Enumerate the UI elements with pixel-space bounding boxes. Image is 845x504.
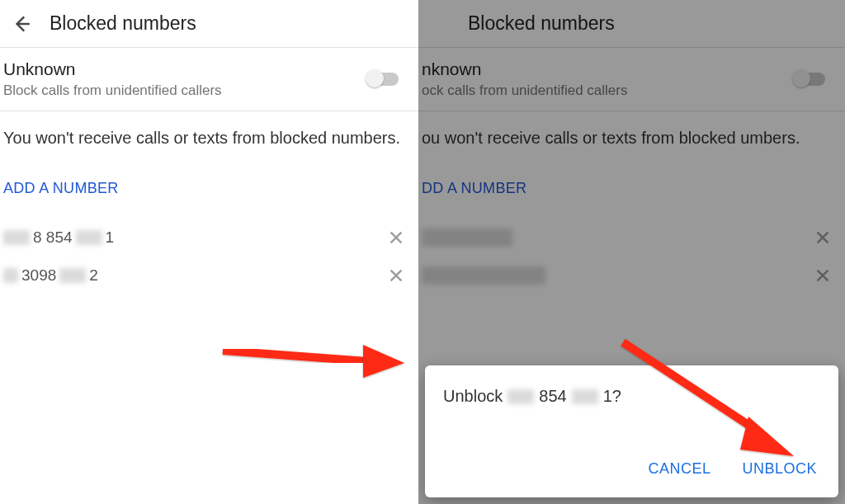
- unknown-toggle[interactable]: [794, 73, 825, 86]
- svg-marker-1: [363, 345, 404, 378]
- unknown-label: Unknown: [3, 59, 367, 79]
- remove-number-icon[interactable]: [814, 228, 832, 247]
- remove-number-icon[interactable]: [387, 228, 405, 247]
- blocked-number-row: [418, 257, 845, 294]
- redaction-icon: [3, 230, 30, 245]
- svg-marker-3: [740, 417, 794, 456]
- unknown-toggle[interactable]: [367, 73, 399, 86]
- svg-line-2: [623, 342, 761, 433]
- remove-number-icon[interactable]: [814, 266, 832, 285]
- unknown-subtitle: Block calls from unidentified callers: [3, 82, 367, 99]
- redaction-icon: [76, 230, 102, 245]
- blocked-number: 8 854 1: [3, 228, 387, 247]
- add-number-button[interactable]: ADD A NUMBER: [0, 157, 418, 219]
- blocked-number: [422, 266, 814, 285]
- info-text: ou won't receive calls or texts from blo…: [418, 111, 845, 157]
- callout-arrow-icon: [219, 330, 408, 388]
- add-number-button[interactable]: DD A NUMBER: [418, 157, 845, 219]
- redaction-icon: [572, 389, 598, 404]
- blocked-number: [422, 228, 814, 247]
- blocked-number-row: [418, 219, 845, 257]
- page-title: Blocked numbers: [468, 12, 615, 35]
- unknown-callers-row[interactable]: Unknown Block calls from unidentified ca…: [0, 48, 418, 111]
- redaction-icon: [507, 389, 534, 404]
- remove-number-icon[interactable]: [387, 266, 405, 285]
- redaction-icon: [3, 268, 18, 283]
- redaction-icon: [422, 228, 512, 247]
- back-icon[interactable]: [10, 12, 33, 35]
- unknown-subtitle: ock calls from unidentified callers: [422, 82, 794, 99]
- screenshot-left: Blocked numbers Unknown Block calls from…: [0, 0, 418, 504]
- page-title: Blocked numbers: [50, 12, 196, 35]
- blocked-number: 3098 2: [3, 266, 387, 285]
- unknown-label: nknown: [422, 59, 794, 79]
- screenshot-right: Blocked numbers nknown ock calls from un…: [418, 0, 845, 504]
- svg-line-0: [223, 351, 367, 361]
- header-bar: Blocked numbers: [0, 0, 418, 48]
- blocked-number-row: 3098 2: [0, 257, 418, 294]
- info-text: You won't receive calls or texts from bl…: [0, 111, 418, 157]
- blocked-number-row: 8 854 1: [0, 219, 418, 257]
- redaction-icon: [59, 268, 86, 283]
- redaction-icon: [422, 266, 545, 285]
- callout-arrow-icon: [616, 334, 806, 466]
- header-bar: Blocked numbers: [418, 0, 845, 48]
- unknown-callers-row[interactable]: nknown ock calls from unidentified calle…: [418, 48, 845, 111]
